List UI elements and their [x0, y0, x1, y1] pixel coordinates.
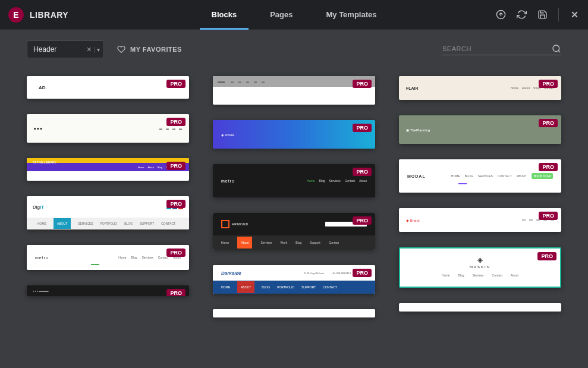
- template-card[interactable]: PRO Home About Blog Contact Shop AT THE …: [27, 158, 189, 181]
- tpl-logo: ▬▬: [218, 80, 225, 83]
- template-card[interactable]: PRO ● ● ● ▬▬▬▬: [27, 285, 189, 296]
- template-card[interactable]: [213, 309, 375, 317]
- tpl-nav: Home Blog Services Contact About: [307, 179, 367, 183]
- tpl-logo: MODAL: [407, 174, 426, 178]
- template-card[interactable]: PRO metro Home Blog Services Contact Abo…: [213, 164, 375, 197]
- pro-badge: PRO: [166, 162, 185, 170]
- tpl-logo: metro: [35, 256, 49, 260]
- sync-icon[interactable]: [517, 10, 527, 20]
- topbar: E LIBRARY Blocks Pages My Templates: [0, 0, 588, 30]
- pro-badge: PRO: [537, 252, 556, 260]
- template-card[interactable]: PRO ARMOND Home About Services Work Blog…: [213, 213, 375, 250]
- pro-badge: PRO: [166, 289, 185, 296]
- tpl-nav: Home Blog Services Contact About: [407, 273, 553, 277]
- template-card[interactable]: PRO DigIT HOME ABOUT SERVICES PORTFOLIO …: [27, 196, 189, 229]
- template-card[interactable]: PRO Darkside 1120 King Rd Lane +34 988 8…: [213, 265, 375, 294]
- topbar-divider: [558, 8, 559, 21]
- tpl-accent: [91, 264, 99, 265]
- tpl-logo: ◈ Azure: [221, 133, 234, 137]
- tpl-logo: ◉ ThePlanning: [406, 128, 430, 132]
- pro-badge: PRO: [166, 249, 185, 257]
- templates-grid: PRO AD. PRO ■ ■ ■ ▬▬▬▬ PRO Home About Bl…: [27, 76, 561, 317]
- select-clear-icon[interactable]: ×: [84, 45, 94, 54]
- tpl-accent: [458, 183, 467, 184]
- category-select[interactable]: Header × ▾: [27, 40, 104, 58]
- tpl-brand: ARMOND: [221, 220, 249, 228]
- heart-icon: [117, 45, 125, 54]
- templates-content[interactable]: PRO AD. PRO ■ ■ ■ ▬▬▬▬ PRO Home About Bl…: [0, 64, 588, 368]
- template-card[interactable]: [399, 303, 561, 312]
- tpl-logo: Darkside: [221, 271, 241, 276]
- tpl-nav: Home About Services Work Blog Support Co…: [213, 235, 375, 250]
- topbar-actions: [496, 8, 580, 21]
- template-card[interactable]: PRO AD.: [27, 76, 189, 99]
- chevron-down-icon[interactable]: ▾: [94, 46, 100, 53]
- tpl-logo: DigIT: [33, 205, 44, 210]
- tpl-text: ● ● ● ▬▬▬▬: [33, 290, 49, 292]
- tpl-logo: AT THE LIBRARY: [33, 161, 56, 164]
- filter-bar: Header × ▾ MY FAVORITES: [0, 30, 588, 64]
- template-card[interactable]: PRO ■ ■ ■ ▬▬▬▬: [27, 114, 189, 143]
- elementor-logo: E: [8, 7, 24, 23]
- pro-badge: PRO: [353, 168, 372, 176]
- tab-pages[interactable]: Pages: [253, 0, 309, 30]
- tpl-icon: ◈: [407, 256, 553, 264]
- template-card[interactable]: PRO FLAIR Home About Shop Contact: [399, 76, 561, 100]
- logo-letter: E: [13, 10, 18, 20]
- pro-badge: PRO: [166, 80, 185, 88]
- pro-badge: PRO: [166, 118, 185, 126]
- tpl-brand-icon: [221, 220, 229, 228]
- grid-col-2: PRO ▬▬ ▬▬▬▬▬ PRO ◈ Azure PRO metro Home …: [213, 76, 375, 317]
- template-card[interactable]: PRO ◈ Azure: [213, 120, 375, 149]
- tpl-nav: HOME ABOUT SERVICES PORTFOLIO BLOG SUPPO…: [27, 218, 189, 229]
- pro-badge: PRO: [353, 216, 372, 225]
- template-card[interactable]: PRO ◆ Brand: [399, 208, 561, 232]
- tpl-logo: AD.: [39, 85, 47, 90]
- svg-line-4: [558, 51, 560, 52]
- tpl-logo: metro: [221, 179, 235, 183]
- pro-badge: PRO: [539, 80, 558, 88]
- tpl-nav: HOME BLOG SERVICES CONTACT ABOUT BOOK NO…: [451, 173, 553, 179]
- pro-badge: PRO: [353, 124, 372, 132]
- template-card[interactable]: PRO metro Home Blog Services Contact Abo…: [27, 245, 189, 270]
- tpl-nav: ▬▬▬▬: [159, 127, 182, 130]
- template-card[interactable]: PRO ▬▬ ▬▬▬▬▬: [213, 76, 375, 105]
- grid-col-1: PRO AD. PRO ■ ■ ■ ▬▬▬▬ PRO Home About Bl…: [27, 76, 189, 317]
- svg-point-3: [553, 45, 559, 52]
- tabs: Blocks Pages My Templates: [195, 0, 394, 30]
- tpl-inner: ◈ MASKIN Home Blog Services Contact Abou…: [400, 249, 560, 284]
- tpl-logo: ■ ■ ■: [34, 127, 42, 130]
- tpl-title: MASKIN: [407, 265, 553, 269]
- library-title: LIBRARY: [30, 10, 68, 20]
- tpl-stripe: Home About Blog Contact Shop: [27, 163, 189, 171]
- tpl-logo: ◆ Brand: [406, 218, 420, 222]
- logo-section: E LIBRARY: [0, 7, 68, 23]
- tpl-top: DigIT: [27, 196, 189, 218]
- template-card[interactable]: PRO MODAL HOME BLOG SERVICES CONTACT ABO…: [399, 159, 561, 193]
- tab-my-templates[interactable]: My Templates: [309, 0, 393, 30]
- grid-col-3: PRO FLAIR Home About Shop Contact PRO ◉ …: [399, 76, 561, 317]
- save-icon[interactable]: [537, 10, 548, 20]
- search-box: [442, 44, 561, 55]
- template-card[interactable]: PRO ◈ MASKIN Home Blog Services Contact …: [399, 247, 561, 288]
- tpl-bar: ▬▬ ▬▬▬▬▬: [213, 76, 375, 87]
- pro-badge: PRO: [353, 80, 372, 88]
- search-input[interactable]: [442, 45, 552, 52]
- filter-left: Header × ▾ MY FAVORITES: [27, 40, 182, 58]
- pro-badge: PRO: [166, 200, 185, 208]
- tpl-top: ARMOND: [213, 213, 375, 235]
- my-favorites-button[interactable]: MY FAVORITES: [117, 45, 182, 54]
- tpl-top: Darkside 1120 King Rd Lane +34 988 888 0…: [213, 265, 375, 281]
- template-card[interactable]: PRO ◉ ThePlanning: [399, 115, 561, 144]
- tpl-nav: HOME ABOUT BLOG PORTFOLIO SUPPORT CONTAC…: [213, 281, 375, 294]
- pro-badge: PRO: [539, 119, 558, 127]
- pro-badge: PRO: [539, 212, 558, 220]
- tab-blocks[interactable]: Blocks: [195, 0, 254, 30]
- close-icon[interactable]: [570, 10, 580, 20]
- tpl-logo: FLAIR: [406, 86, 419, 90]
- pro-badge: PRO: [539, 163, 558, 171]
- favorites-label: MY FAVORITES: [130, 46, 182, 53]
- upload-icon[interactable]: [496, 10, 506, 20]
- search-icon[interactable]: [552, 44, 561, 54]
- pro-badge: PRO: [353, 269, 372, 277]
